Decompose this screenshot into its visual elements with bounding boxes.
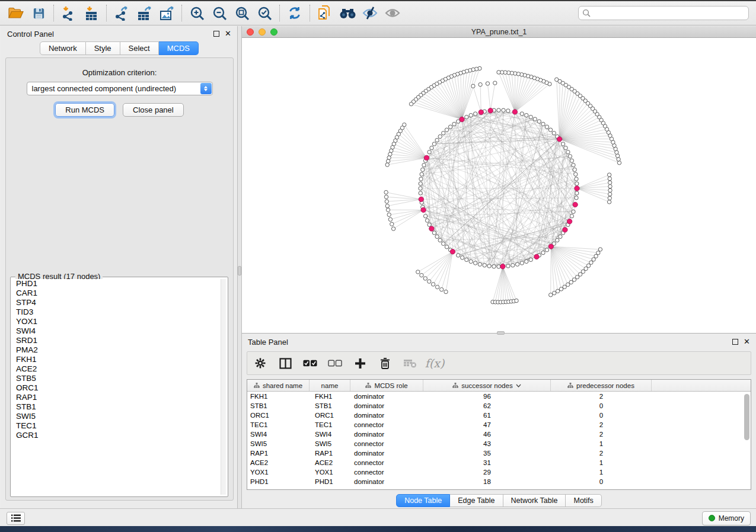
- network-graph[interactable]: [242, 38, 756, 333]
- table-cell: RAP1: [310, 448, 350, 458]
- toolbar-separator: [106, 5, 107, 21]
- float-table-panel-icon[interactable]: [732, 339, 738, 345]
- import-network-button[interactable]: [58, 4, 80, 23]
- table-row[interactable]: FKH1FKH1dominator962: [247, 392, 751, 401]
- show-column-panel-button[interactable]: [278, 356, 292, 370]
- application-window: Control Panel ✕ NetworkStyleSelectMCDS O…: [0, 0, 756, 527]
- optimization-criterion-select[interactable]: largest connected component (undirected): [27, 82, 213, 95]
- tab-select[interactable]: Select: [120, 41, 159, 55]
- table-cell: YOX1: [247, 467, 310, 477]
- tab-motifs[interactable]: Motifs: [566, 494, 601, 507]
- close-panel-icon[interactable]: ✕: [225, 31, 231, 37]
- toolbar-separator: [310, 5, 310, 21]
- mcds-result-item[interactable]: CAR1: [12, 289, 221, 298]
- zoom-selected-icon: [257, 6, 272, 21]
- memory-button[interactable]: Memory: [702, 511, 751, 525]
- tab-network[interactable]: Network: [40, 41, 86, 55]
- mcds-result-item[interactable]: TID3: [12, 307, 221, 317]
- vertical-splitter[interactable]: [237, 26, 242, 508]
- tab-network-table[interactable]: Network Table: [503, 494, 566, 507]
- zoom-selected-button[interactable]: [253, 4, 276, 23]
- mcds-result-item[interactable]: STP4: [12, 298, 221, 307]
- column-header-successor-nodes[interactable]: successor nodes: [423, 380, 551, 391]
- column-header-name[interactable]: name: [310, 380, 350, 391]
- function-builder-button[interactable]: f(x): [428, 356, 442, 370]
- column-header-predecessor-nodes[interactable]: predecessor nodes: [551, 380, 652, 391]
- toolbar-separator: [279, 5, 280, 21]
- table-cell: dominator: [350, 448, 423, 458]
- table-row[interactable]: SWI4SWI4dominator462: [247, 430, 751, 439]
- task-history-button[interactable]: [7, 512, 25, 525]
- table-row[interactable]: PHD1PHD1dominator180: [247, 477, 751, 486]
- run-mcds-button[interactable]: Run MCDS: [55, 103, 114, 117]
- mcds-result-item[interactable]: PHD1: [12, 279, 221, 289]
- tab-mcds[interactable]: MCDS: [159, 41, 199, 55]
- mcds-result-item[interactable]: FKH1: [12, 355, 221, 364]
- mcds-result-item[interactable]: TEC1: [12, 421, 221, 431]
- search-field[interactable]: [578, 6, 749, 20]
- table-cell: dominator: [350, 401, 423, 411]
- tab-style[interactable]: Style: [86, 41, 120, 55]
- mcds-result-item[interactable]: SRD1: [12, 336, 221, 345]
- network-canvas[interactable]: [242, 38, 756, 333]
- eye-button[interactable]: [381, 4, 404, 23]
- control-panel-tabs: NetworkStyleSelectMCDS: [1, 41, 237, 55]
- table-options-button[interactable]: [253, 356, 267, 370]
- export-image-button[interactable]: [155, 4, 178, 23]
- clone-network-button[interactable]: [314, 4, 336, 23]
- table-row[interactable]: SWI5SWI5connector431: [247, 439, 751, 448]
- splitter-grabber[interactable]: [238, 266, 241, 275]
- table-panel-title: Table Panel: [248, 338, 288, 347]
- close-table-panel-icon[interactable]: ✕: [744, 339, 750, 345]
- delete-columns-button[interactable]: [378, 356, 392, 370]
- column-header-shared-name[interactable]: shared name: [247, 380, 310, 391]
- tab-node-table[interactable]: Node Table: [396, 494, 450, 507]
- export-network-button[interactable]: [110, 4, 133, 23]
- close-panel-button[interactable]: Close panel: [123, 103, 184, 117]
- mcds-result-item[interactable]: ORC1: [12, 383, 221, 393]
- table-row[interactable]: ACE2ACE2connector311: [247, 458, 751, 467]
- save-session-button[interactable]: [27, 4, 50, 23]
- mcds-result-item[interactable]: GCR1: [12, 431, 221, 440]
- table-cell: FKH1: [247, 392, 310, 401]
- mcds-result-item[interactable]: RAP1: [12, 393, 221, 402]
- table-cell: connector: [350, 439, 423, 448]
- import-table-button[interactable]: [80, 4, 103, 23]
- show-hide-graphics-button[interactable]: [359, 4, 381, 23]
- table-row[interactable]: STB1STB1dominator620: [247, 401, 751, 411]
- table-cell: STB1: [247, 401, 310, 411]
- horizontal-splitter-grabber[interactable]: [497, 331, 505, 335]
- clear-all-checkboxes-button[interactable]: [328, 356, 342, 370]
- zoom-out-button[interactable]: [208, 4, 231, 23]
- table-cell: ORC1: [247, 411, 310, 420]
- table-scrollbar[interactable]: [744, 394, 749, 440]
- delete-table-button[interactable]: [403, 356, 417, 370]
- network-window-titlebar[interactable]: YPA_prune.txt_1: [242, 26, 756, 38]
- create-column-button[interactable]: [353, 356, 367, 370]
- zoom-fit-button[interactable]: [231, 4, 253, 23]
- open-file-button[interactable]: [5, 4, 27, 23]
- mcds-result-item[interactable]: SWI5: [12, 412, 221, 421]
- table-row[interactable]: RAP1RAP1dominator352: [247, 448, 751, 458]
- tab-edge-table[interactable]: Edge Table: [450, 494, 503, 507]
- export-table-button[interactable]: [133, 4, 155, 23]
- mcds-result-item[interactable]: ACE2: [12, 364, 221, 374]
- table-row[interactable]: ORC1ORC1dominator610: [247, 411, 751, 420]
- table-row[interactable]: YOX1YOX1connector291: [247, 467, 751, 477]
- column-header-mcds-role[interactable]: MCDS role: [350, 380, 423, 391]
- table-cell: 0: [551, 401, 652, 411]
- mcds-result-item[interactable]: SWI4: [12, 326, 221, 336]
- mcds-result-item[interactable]: PMA2: [12, 345, 221, 355]
- mcds-result-item[interactable]: YOX1: [12, 317, 221, 326]
- mcds-result-item[interactable]: STB5: [12, 374, 221, 383]
- zoom-in-button[interactable]: [186, 4, 208, 23]
- table-row[interactable]: TEC1TEC1connector472: [247, 420, 751, 430]
- mcds-list-scrollbar[interactable]: [221, 279, 226, 495]
- float-panel-icon[interactable]: [213, 31, 219, 37]
- mcds-result-item[interactable]: STB1: [12, 402, 221, 412]
- search-input[interactable]: [594, 9, 745, 17]
- select-all-checkboxes-button[interactable]: [303, 356, 317, 370]
- first-neighbors-button[interactable]: [336, 4, 359, 23]
- update-network-button[interactable]: [283, 4, 306, 23]
- zoom-fit-icon: [235, 6, 250, 21]
